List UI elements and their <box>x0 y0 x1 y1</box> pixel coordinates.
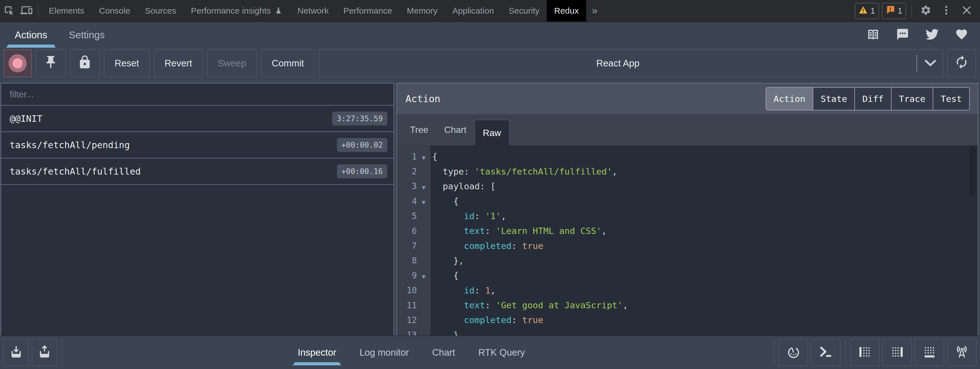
panel-tab[interactable]: Settings <box>58 22 115 48</box>
code-line: 12 completed: true <box>397 313 978 327</box>
fold-column: ▼ <box>417 181 430 191</box>
fold-arrow-icon[interactable]: ▼ <box>422 185 425 190</box>
import-button[interactable] <box>3 339 29 366</box>
dock-right-button[interactable] <box>883 339 912 366</box>
inspector-title: Action <box>406 93 441 104</box>
fold-arrow-icon[interactable]: ▼ <box>422 274 425 280</box>
devtools-tab[interactable]: Redux <box>547 0 586 22</box>
view-subtab[interactable]: Chart <box>436 114 474 145</box>
bottom-bar-divider <box>773 339 774 366</box>
code-line: 13 } <box>397 327 978 335</box>
code-text: id: '1', <box>430 211 506 221</box>
device-toolbar-button[interactable] <box>18 2 35 19</box>
inspect-element-button[interactable] <box>0 2 18 19</box>
more-tabs-button[interactable]: » <box>586 5 603 17</box>
code-line: 7 completed: true <box>397 238 978 253</box>
action-timestamp-badge: +00:00.16 <box>337 165 387 178</box>
monitor-tab[interactable]: Inspector <box>295 336 339 369</box>
line-number: 8 <box>397 256 417 265</box>
devtools-tab[interactable]: Performance insights <box>183 0 290 22</box>
dock-left-button[interactable] <box>850 339 880 366</box>
devtools-tab[interactable]: Memory <box>399 0 445 22</box>
persist-dial-button[interactable] <box>779 339 808 366</box>
panel-tab[interactable]: Actions <box>4 22 58 48</box>
code-text: completed: true <box>430 241 543 251</box>
line-number: 3 <box>397 181 417 191</box>
fold-column: ▼ <box>417 151 430 161</box>
devtools-tab[interactable]: Security <box>501 0 547 22</box>
revert-button[interactable]: Revert <box>154 50 203 77</box>
action-list-item[interactable]: @@INIT 3:27:35.59 <box>1 105 394 132</box>
devtools-tab[interactable]: Network <box>290 0 336 22</box>
action-list: @@INIT 3:27:35.59 tasks/fetchAll/pending… <box>1 105 394 185</box>
record-toggle-button[interactable] <box>3 50 32 77</box>
devtools-tab-label: Redux <box>554 6 579 16</box>
filter-input[interactable] <box>1 83 394 105</box>
line-number: 7 <box>397 241 417 251</box>
main-content: @@INIT 3:27:35.59 tasks/fetchAll/pending… <box>0 83 980 335</box>
panel-tab-label: Actions <box>15 29 47 41</box>
dispatcher-button[interactable] <box>811 339 840 366</box>
devtools-tab[interactable]: Console <box>92 0 138 22</box>
reset-button[interactable]: Reset <box>104 50 150 77</box>
code-line: 2 type: 'tasks/fetchAll/fulfilled', <box>397 164 978 179</box>
monitor-tab[interactable]: Chart <box>429 336 458 369</box>
raw-action-code-editor[interactable]: 1 ▼ { 2 type: 'tasks/fetchAll/fulfilled'… <box>397 145 978 335</box>
export-button[interactable] <box>32 339 57 366</box>
issue-bubble-icon <box>886 6 895 16</box>
fold-arrow-icon[interactable]: ▼ <box>422 155 425 161</box>
monitor-tab[interactable]: RTK Query <box>476 336 528 369</box>
action-list-item[interactable]: tasks/fetchAll/fulfilled +00:00.16 <box>1 158 394 185</box>
devtools-tab[interactable]: Application <box>445 0 501 22</box>
view-subtab[interactable]: Tree <box>402 114 436 145</box>
inspector-tab[interactable]: Action <box>766 88 813 110</box>
warning-triangle-icon <box>859 6 868 16</box>
twitter-bird-icon[interactable] <box>926 28 939 42</box>
code-text: { <box>430 270 458 280</box>
devtools-tab[interactable]: Performance <box>336 0 399 22</box>
gear-icon <box>920 5 932 17</box>
devtools-tab-label: Application <box>452 6 494 16</box>
dock-bottom-button[interactable] <box>915 339 944 366</box>
panel-divider[interactable] <box>394 83 396 335</box>
heart-icon[interactable] <box>955 28 968 42</box>
fold-arrow-icon[interactable]: ▼ <box>422 200 425 205</box>
devtools-tab[interactable]: Elements <box>41 0 92 22</box>
view-subtab[interactable]: Raw <box>474 120 509 145</box>
warnings-badge[interactable]: 1 <box>855 3 879 19</box>
code-line: 9 ▼ { <box>397 268 978 283</box>
inspector-tab[interactable]: State <box>813 88 854 110</box>
monitor-tab-label: Chart <box>432 347 455 358</box>
panel-tab-label: Settings <box>69 29 105 41</box>
editor-scrollbar-thumb[interactable] <box>969 147 976 196</box>
remote-button[interactable] <box>947 339 977 366</box>
inspector-tab[interactable]: Diff <box>854 88 891 110</box>
devtools-menu-button[interactable] <box>937 2 955 19</box>
sync-button[interactable] <box>947 50 976 77</box>
lock-button[interactable] <box>70 50 100 77</box>
terminal-prompt-icon <box>818 345 833 361</box>
pin-button[interactable] <box>36 50 66 77</box>
close-devtools-button[interactable] <box>958 2 975 19</box>
instance-selector-dropdown[interactable]: React App <box>319 50 943 77</box>
toolbar-divider <box>912 4 912 17</box>
dock-right-icon <box>890 345 905 361</box>
commit-button[interactable]: Commit <box>261 50 315 77</box>
devtools-tab-label: Performance insights <box>191 6 271 16</box>
bottom-bar-divider <box>62 339 62 366</box>
record-icon <box>8 54 27 72</box>
code-text: id: 1, <box>430 285 496 296</box>
monitor-tab[interactable]: Log monitor <box>357 336 412 369</box>
inspector-tab[interactable]: Trace <box>891 88 933 110</box>
docs-book-icon[interactable] <box>867 28 880 42</box>
action-name: tasks/fetchAll/fulfilled <box>10 166 141 177</box>
settings-gear-button[interactable] <box>917 2 935 19</box>
action-timestamp-badge: 3:27:35.59 <box>332 112 387 125</box>
action-list-item[interactable]: tasks/fetchAll/pending +00:00.02 <box>1 132 394 158</box>
devtools-tab[interactable]: Sources <box>138 0 183 22</box>
sweep-button[interactable]: Sweep <box>207 50 257 77</box>
issue-count: 1 <box>898 6 902 16</box>
inspector-tab[interactable]: Test <box>933 88 969 110</box>
feedback-chat-icon[interactable] <box>896 28 909 42</box>
issues-badge[interactable]: 1 <box>882 3 906 19</box>
